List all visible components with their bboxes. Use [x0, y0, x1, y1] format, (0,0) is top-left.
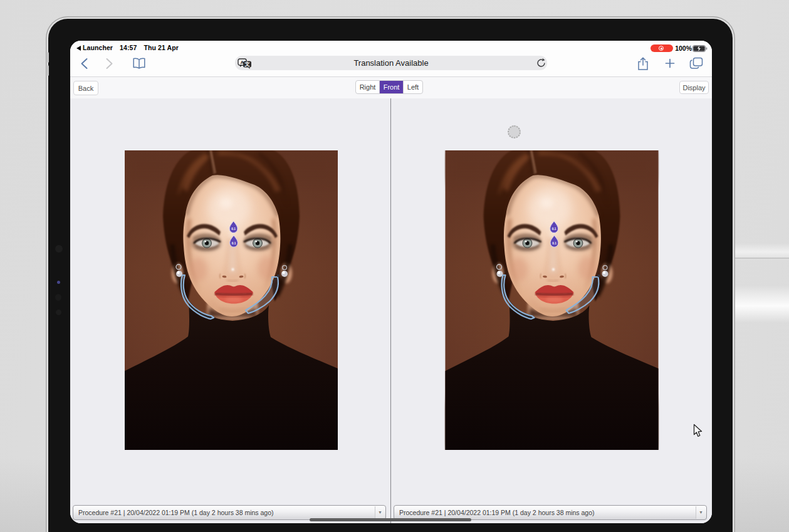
svg-text:文: 文: [244, 61, 250, 67]
